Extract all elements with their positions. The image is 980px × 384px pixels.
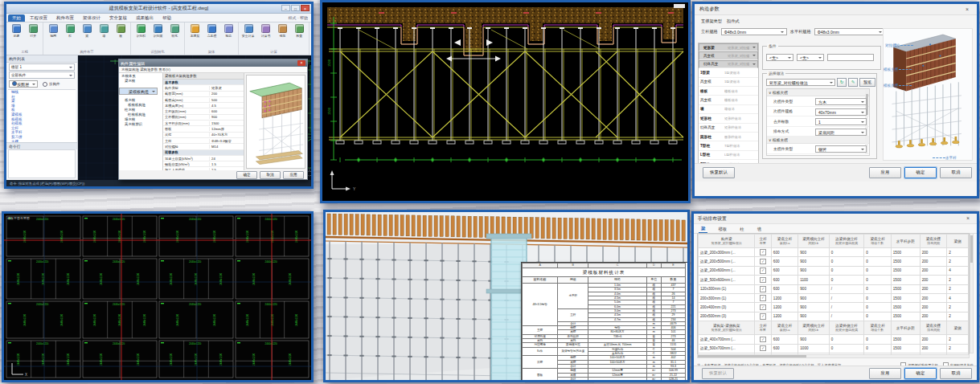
table-row[interactable]: 边梁_400x700mm (...✓6009000015002002 xyxy=(699,335,969,344)
value-select[interactable]: 梁底间距 xyxy=(815,129,867,136)
table-row[interactable]: 边梁_200x300mm (...✓6009000015002002 xyxy=(699,248,969,257)
tree-item[interactable]: 梁模板构造 xyxy=(119,88,158,95)
close-icon[interactable]: × xyxy=(963,214,973,223)
condition-select-2[interactable]: <无> xyxy=(797,54,824,61)
recognize-beam-button[interactable]: 识别梁 xyxy=(150,24,165,38)
close-icon[interactable]: × xyxy=(962,6,972,14)
checkbox[interactable]: ✓ xyxy=(760,277,766,284)
tab-1[interactable]: 工程设置 xyxy=(26,14,51,22)
report-button[interactable]: 计算书 xyxy=(258,24,273,38)
tab-3[interactable]: 架体设计 xyxy=(79,14,105,22)
method-list-item[interactable]: 圆形柱圆形柱做法 xyxy=(699,133,758,141)
value-select[interactable]: 钢管 xyxy=(815,145,867,153)
checkbox[interactable]: ✓ xyxy=(760,268,766,274)
checkbox[interactable]: ✓ xyxy=(760,295,766,301)
high-formwork-button[interactable]: 高支模 xyxy=(204,24,219,38)
pole-spec-select[interactable]: Φ48x3.0mm xyxy=(721,28,787,35)
method-list-item[interactable]: 矩形梁矩形梁_对拉螺栓做法 xyxy=(699,43,758,51)
method-select[interactable]: 矩形梁_对拉螺栓做法 xyxy=(766,79,835,86)
refresh-icon[interactable]: ↻ xyxy=(837,78,847,87)
checkbox[interactable]: ✓ xyxy=(760,304,766,311)
apply-button[interactable]: 应用 xyxy=(869,167,901,178)
table-row[interactable]: 边梁_200x500mm (...✓6009000015002002 xyxy=(699,257,969,266)
column-button[interactable]: 柱 xyxy=(63,24,77,38)
value-select[interactable]: 1 xyxy=(815,118,867,125)
hbar-spec-select[interactable]: Φ48x3.0mm xyxy=(814,28,885,35)
grid-button[interactable]: 轴网 xyxy=(46,24,60,38)
recognize-column-button[interactable]: 识别柱 xyxy=(133,24,148,38)
method-list-item[interactable]: 高支模楼板做法 xyxy=(699,96,758,104)
checkbox[interactable]: ✓ xyxy=(760,337,766,343)
preview-button[interactable]: 预览 xyxy=(859,78,875,87)
code-book-button[interactable]: 规范 xyxy=(275,24,289,38)
method-list-item[interactable]: T型柱T型柱做法 xyxy=(699,141,758,150)
method-list-item[interactable]: 墙墙做法 xyxy=(699,105,758,114)
component-filter-combo[interactable]: 全部构件 xyxy=(9,71,75,79)
method-list-item[interactable]: 特殊高支矩形梁_对拉螺栓做法 xyxy=(699,60,758,68)
calc-button[interactable]: 安全计算 xyxy=(241,24,256,38)
shore-frame-button[interactable]: 支撑架 xyxy=(187,24,202,38)
table-row[interactable]: 边梁_200x600mm (...✓6009000015002004 xyxy=(699,266,969,275)
tab-楼板[interactable]: 楼板 xyxy=(716,226,729,233)
ok-button[interactable]: 确定 xyxy=(904,368,937,379)
slab-button[interactable]: 板 xyxy=(113,24,128,38)
value-select[interactable]: 40x70mm xyxy=(815,108,867,116)
tab-0[interactable]: 开始 xyxy=(8,14,25,22)
convert-button[interactable]: 转化 xyxy=(167,24,182,38)
method-list-item[interactable]: 高支模矩形梁_对拉螺栓做法 xyxy=(699,51,758,59)
floor-combo[interactable]: 楼层 1 xyxy=(9,63,75,71)
maximize-icon[interactable]: □ xyxy=(291,5,300,11)
wall-button[interactable]: 墙 xyxy=(96,24,111,38)
tab-墙[interactable]: 墙 xyxy=(755,226,764,233)
reset-default-button[interactable]: 恢复默认 xyxy=(702,368,734,379)
checkbox[interactable]: ✓ xyxy=(760,286,766,292)
scrollbar-horizontal[interactable] xyxy=(697,354,970,358)
tab-6[interactable]: 帮助 xyxy=(158,14,175,22)
method-list-item[interactable]: L型柱L型柱做法 xyxy=(699,151,758,160)
table-row[interactable]: 边梁_500x700mm (...✓60010000015002002 xyxy=(699,344,969,353)
checkbox[interactable]: ✓ xyxy=(760,259,766,265)
condition-select-1[interactable]: <无> xyxy=(766,54,793,61)
apply-button[interactable]: 应用 xyxy=(869,368,901,379)
value-select[interactable]: 方木 xyxy=(815,98,867,105)
method-list-item[interactable]: 矩形柱矩形柱做法 xyxy=(699,114,758,123)
cancel-button[interactable]: 取消 xyxy=(940,368,972,379)
open-project-button[interactable]: 打开 xyxy=(26,24,40,38)
tab-2[interactable]: 构件布置 xyxy=(52,14,78,22)
check-button[interactable]: 检查 xyxy=(292,24,306,38)
command-panel[interactable] xyxy=(8,149,76,178)
scrollbar[interactable] xyxy=(970,233,974,353)
radio-by-component[interactable]: 按构件 xyxy=(43,80,60,88)
tab-梁[interactable]: 梁 xyxy=(699,225,707,233)
checkbox[interactable]: ✓ xyxy=(760,345,766,352)
tab-柱[interactable]: 柱 xyxy=(737,226,746,233)
tab-4[interactable]: 安全复核 xyxy=(105,14,131,22)
condition-input[interactable] xyxy=(827,54,874,61)
new-project-button[interactable]: 新建 xyxy=(9,24,23,38)
table-row[interactable]: 边梁_500x600mm (...✓60011000015002002 xyxy=(699,276,969,284)
material-list-button[interactable]: 材料统计 xyxy=(312,24,314,38)
tab-5[interactable]: 成果输出 xyxy=(132,14,158,22)
reset-default-button[interactable]: 恢复默认 xyxy=(703,167,735,178)
method-list-item[interactable]: 高支模1型梁做法 xyxy=(699,78,758,87)
table-row[interactable]: 200x500mm (3)✓1200900/015002002 xyxy=(699,312,969,321)
table-row[interactable]: 200x400mm (3)✓1200900/015002002 xyxy=(699,303,969,312)
checkbox[interactable]: ✓ xyxy=(760,249,766,255)
minimize-icon[interactable]: – xyxy=(281,5,290,11)
radio-by-layer[interactable]: 按图层 xyxy=(9,80,38,88)
apply-button[interactable]: 应用 xyxy=(283,171,304,179)
close-icon[interactable]: × xyxy=(297,60,305,66)
edit-icon[interactable]: ✎ xyxy=(848,78,858,87)
tree-item[interactable]: 梁支模 xyxy=(119,79,162,84)
method-list-item[interactable]: 楼板楼板做法 xyxy=(699,87,758,96)
preview-button[interactable]: 预览 xyxy=(221,24,236,38)
method-list-item[interactable]: 特殊高支矩形柱做法 xyxy=(699,124,758,133)
checkbox[interactable]: ✓ xyxy=(760,313,766,320)
beam-button[interactable]: 梁 xyxy=(80,24,94,38)
ok-button[interactable]: 确定 xyxy=(236,171,257,179)
method-list-item[interactable]: 1型梁1型梁做法 xyxy=(699,68,758,77)
cancel-button[interactable]: 取消 xyxy=(940,167,972,178)
table-row[interactable]: 200x300mm (1)✓1200900/015002004 xyxy=(699,293,969,302)
close-icon[interactable]: × xyxy=(301,5,310,11)
table-row[interactable]: 120x300mm (1)✓600900/015002002 xyxy=(699,284,969,293)
